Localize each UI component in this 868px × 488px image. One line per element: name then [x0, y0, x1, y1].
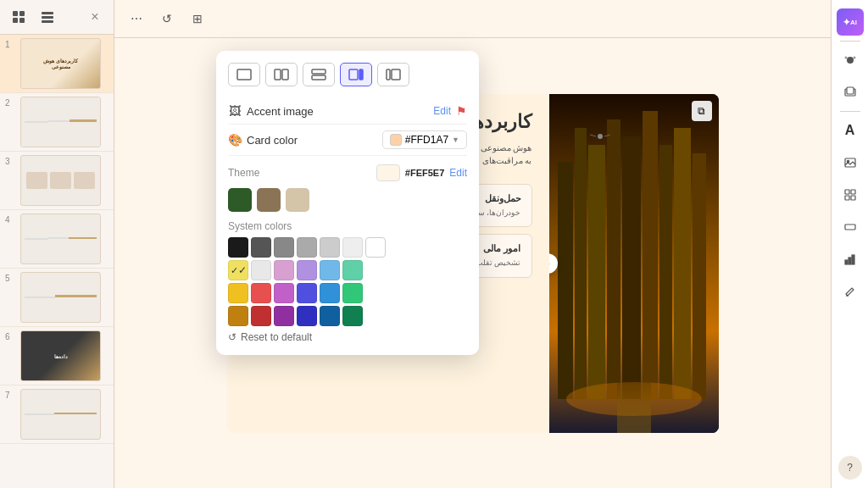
undo-btn[interactable]: ↺: [155, 7, 179, 30]
reset-default-btn[interactable]: ↺ Reset to default: [228, 326, 312, 343]
color-row-3: [228, 283, 467, 303]
grid-view-btn[interactable]: [7, 5, 31, 29]
color-cell-darkgray[interactable]: [251, 237, 271, 258]
slide-number: 3: [5, 157, 15, 166]
color-cell-white[interactable]: [365, 237, 386, 258]
svg-rect-2: [13, 18, 18, 23]
layout-option-3[interactable]: [303, 63, 335, 86]
ai-icon: ✦: [843, 17, 850, 28]
slide-item[interactable]: 3: [0, 152, 114, 210]
color-cell-navy[interactable]: [297, 306, 317, 326]
svg-rect-39: [851, 190, 855, 194]
close-panel-btn[interactable]: ×: [83, 5, 107, 29]
text-btn[interactable]: A: [837, 117, 864, 144]
color-cell-yellow-selected[interactable]: ✓: [228, 260, 248, 280]
color-cell-gray[interactable]: [274, 237, 294, 258]
svg-rect-11: [607, 119, 620, 399]
svg-rect-0: [13, 11, 18, 16]
color-cell-forest[interactable]: [342, 306, 363, 326]
grid-btn[interactable]: [837, 181, 864, 208]
slide-thumbnail: [20, 389, 101, 440]
color-row-1: [228, 237, 467, 258]
slide-item[interactable]: 7: [0, 385, 114, 444]
image-btn[interactable]: [837, 149, 864, 176]
svg-rect-28: [359, 69, 363, 80]
layers-btn[interactable]: [837, 79, 864, 106]
svg-rect-26: [312, 75, 326, 80]
slide-thumbnail: داده‌ها: [20, 330, 101, 381]
svg-rect-41: [851, 196, 855, 200]
svg-rect-10: [588, 145, 605, 399]
shapes-btn[interactable]: [837, 214, 864, 241]
color-cell-purple[interactable]: [274, 283, 294, 303]
theme-swatch-green[interactable]: [228, 188, 252, 212]
color-cell-purple-light[interactable]: [297, 260, 317, 280]
chevron-down-icon: ▼: [452, 136, 459, 144]
ai-label: AI: [850, 19, 857, 26]
color-cell-silver[interactable]: [320, 237, 340, 258]
layout-option-2[interactable]: [265, 63, 298, 86]
slide-item[interactable]: 1 کاربردهای هوشمصنوعی: [0, 35, 114, 93]
layout-option-4[interactable]: [340, 63, 372, 86]
color-cell-violet[interactable]: [274, 306, 294, 326]
copy-image-btn[interactable]: ⧉: [692, 101, 712, 121]
svg-rect-25: [312, 69, 326, 74]
card-color-row: 🎨 Card color #FFD1A7 ▼: [228, 125, 467, 156]
svg-rect-3: [19, 18, 25, 23]
color-cell-smoke[interactable]: [342, 237, 363, 258]
chart-btn[interactable]: [837, 246, 864, 273]
edit-pen-btn[interactable]: [837, 278, 864, 305]
slide-number: 7: [5, 391, 15, 400]
slides-panel-header: ×: [0, 0, 114, 35]
slide-number: 1: [5, 40, 15, 49]
svg-rect-15: [674, 128, 691, 399]
more-options-btn[interactable]: ⋯: [125, 7, 148, 30]
right-toolbar: ✦ AI A: [831, 0, 868, 488]
theme-swatch-tan[interactable]: [286, 188, 309, 212]
card-color-swatch[interactable]: #FFD1A7 ▼: [382, 130, 467, 149]
ai-button[interactable]: ✦ AI: [837, 8, 864, 36]
color-cell-blue-light[interactable]: [320, 260, 340, 280]
slide-number: 6: [5, 332, 15, 341]
color-cell-gold[interactable]: [228, 283, 248, 303]
color-cell-red[interactable]: [251, 283, 271, 303]
slide-item[interactable]: 6 داده‌ها: [0, 327, 114, 385]
color-cell-amber[interactable]: [228, 306, 248, 326]
svg-point-31: [847, 57, 854, 64]
theme-swatch-brown[interactable]: [257, 188, 281, 212]
color-cell-black[interactable]: [228, 237, 248, 258]
color-cell-green[interactable]: [342, 283, 363, 303]
color-cell-lightgray[interactable]: [297, 237, 317, 258]
slide-number: 5: [5, 274, 15, 283]
svg-point-32: [844, 57, 847, 59]
svg-rect-27: [349, 69, 358, 80]
layout-btn[interactable]: ⊞: [186, 7, 209, 30]
slide-thumbnail: [20, 155, 101, 206]
slide-thumbnail: کاربردهای هوشمصنوعی: [20, 38, 101, 89]
svg-point-33: [853, 57, 855, 59]
color-cell-blue[interactable]: [297, 283, 317, 303]
dot-tool-btn[interactable]: [837, 47, 864, 74]
color-cell-teal-light[interactable]: [342, 260, 363, 280]
accent-image-edit-btn[interactable]: Edit: [433, 105, 451, 117]
list-view-btn[interactable]: [36, 5, 59, 29]
color-cell-cobalt[interactable]: [320, 306, 340, 326]
color-cell-lavender[interactable]: [274, 260, 294, 280]
layout-option-1[interactable]: [228, 63, 260, 86]
svg-rect-4: [42, 12, 53, 14]
svg-rect-43: [845, 260, 848, 264]
slide-thumbnail: [20, 97, 101, 147]
slide-item[interactable]: 2: [0, 93, 114, 152]
slide-thumbnail: [20, 214, 101, 264]
main-area: ⋯ ↺ ⊞ کاربردهای هوش مصنوعی هوش مصنوعی در…: [114, 0, 831, 488]
toolbar-separator: [840, 41, 860, 42]
reset-icon: ↺: [228, 331, 236, 343]
layout-option-5[interactable]: [377, 63, 409, 86]
slide-item[interactable]: 4: [0, 210, 114, 269]
color-cell-azure[interactable]: [320, 283, 340, 303]
help-btn[interactable]: ?: [838, 456, 862, 480]
slide-item[interactable]: 5: [0, 269, 114, 327]
svg-rect-30: [392, 69, 400, 80]
color-cell-crimson[interactable]: [251, 306, 271, 326]
color-cell-lightgray2[interactable]: [251, 260, 271, 280]
